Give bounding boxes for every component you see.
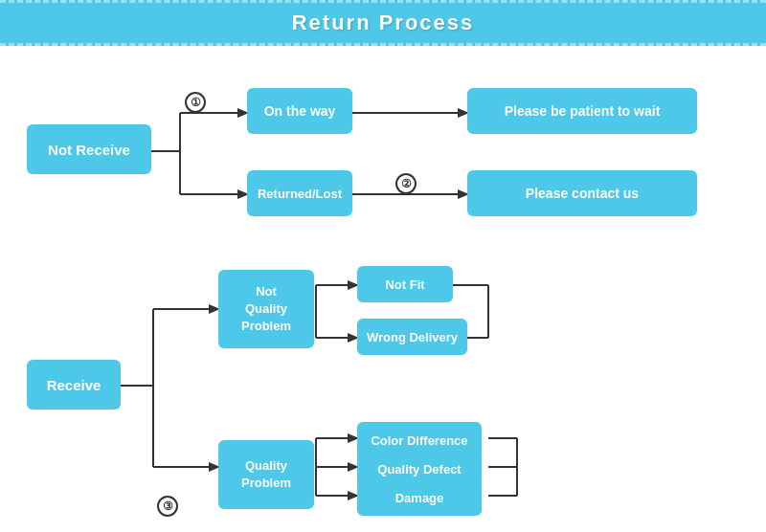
not-receive-box: Not Receive: [27, 124, 151, 174]
not-quality-box: Not Quality Problem: [218, 270, 314, 348]
circle-2: ②: [395, 173, 417, 194]
please-wait-box: Please be patient to wait: [467, 88, 697, 134]
receive-box: Receive: [27, 360, 121, 410]
quality-box: Quality Problem: [218, 440, 314, 509]
not-fit-box: Not Fit: [357, 266, 453, 302]
page-title: Return Process: [292, 11, 475, 34]
section-receive: ③ Receive Not Quality Problem Quality Pr…: [19, 256, 766, 524]
damage-box: Damage: [357, 479, 482, 516]
on-the-way-box: On the way: [247, 88, 352, 134]
circle-3: ③: [157, 496, 178, 517]
main-content: Not Receive ① On the way Returned/Lost ②…: [0, 46, 766, 532]
section-not-receive: Not Receive ① On the way Returned/Lost ②…: [19, 55, 766, 247]
please-contact-box: Please contact us: [467, 170, 697, 216]
returned-lost-box: Returned/Lost: [247, 170, 352, 216]
header: Return Process: [0, 0, 766, 46]
circle-1: ①: [185, 92, 206, 113]
wrong-delivery-box: Wrong Delivery: [357, 319, 467, 355]
